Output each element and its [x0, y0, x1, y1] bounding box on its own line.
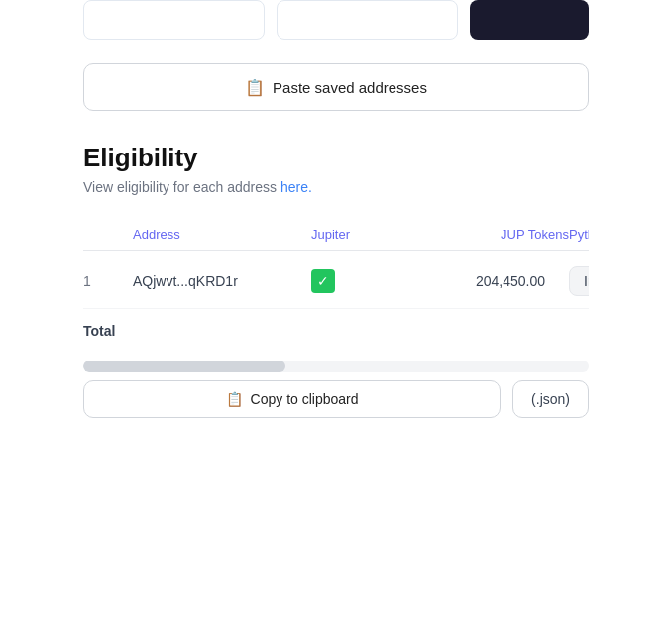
eligibility-here-link[interactable]: here.	[280, 179, 312, 195]
copy-icon: 📋	[226, 391, 243, 407]
row-address: AQjwvt...qKRD1r	[133, 273, 311, 289]
clipboard-icon: 📋	[245, 78, 265, 97]
total-row: Total	[83, 309, 589, 353]
row-number: 1	[83, 273, 133, 289]
col-header-address: Address	[133, 227, 311, 242]
top-action-button[interactable]	[470, 0, 589, 40]
info-button[interactable]: Info	[569, 266, 589, 296]
row-jupiter-status: ✓	[311, 269, 410, 293]
col-header-pyth: Pyth	[569, 227, 589, 242]
total-label: Total	[83, 323, 115, 339]
row-tokens: 204,450.00	[410, 273, 569, 289]
eligibility-subtitle: View eligibility for each address here.	[83, 179, 589, 195]
table-row: 1 AQjwvt...qKRD1r ✓ 204,450.00 Info ✕ Th…	[83, 255, 589, 309]
copy-to-clipboard-button[interactable]: 📋 Copy to clipboard	[83, 380, 501, 418]
download-json-button[interactable]: (.json)	[512, 380, 589, 418]
actions-row: 📋 Copy to clipboard (.json)	[83, 380, 589, 418]
eligibility-table: Address Jupiter JUP Tokens Pyth 1 AQjwvt…	[83, 219, 589, 418]
horizontal-scrollbar[interactable]	[83, 360, 589, 372]
copy-label: Copy to clipboard	[251, 391, 359, 407]
address-input-1[interactable]	[83, 0, 265, 40]
col-header-empty	[83, 227, 133, 242]
table-header: Address Jupiter JUP Tokens Pyth	[83, 219, 589, 251]
col-header-jup-tokens: JUP Tokens	[410, 227, 569, 242]
paste-button-label: Paste saved addresses	[273, 79, 427, 96]
col-header-jupiter: Jupiter	[311, 227, 410, 242]
check-icon: ✓	[311, 269, 335, 293]
eligibility-title: Eligibility	[83, 143, 589, 173]
address-input-2[interactable]	[277, 0, 458, 40]
paste-saved-addresses-button[interactable]: 📋 Paste saved addresses	[83, 63, 589, 111]
scrollbar-thumb	[83, 360, 285, 372]
